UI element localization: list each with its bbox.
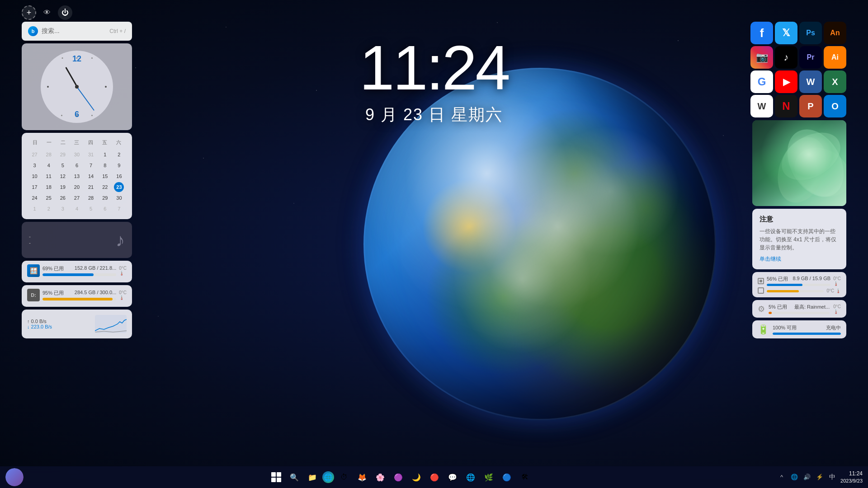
- cal-day[interactable]: 30: [72, 150, 82, 160]
- app-instagram[interactable]: 📷: [750, 46, 773, 69]
- cal-day[interactable]: 12: [58, 171, 68, 181]
- windows-logo-button[interactable]: [268, 469, 284, 485]
- app-premiere[interactable]: Pr: [799, 46, 822, 69]
- cal-day[interactable]: 14: [86, 171, 96, 181]
- cal-day[interactable]: 6: [100, 204, 110, 214]
- taskbar-wechat-button[interactable]: 💬: [444, 469, 461, 485]
- cal-day[interactable]: 6: [72, 160, 82, 170]
- app-powerpoint[interactable]: P: [799, 95, 822, 117]
- cal-day[interactable]: 16: [114, 171, 124, 181]
- power-button[interactable]: ⏻: [58, 5, 72, 20]
- cal-day[interactable]: 20: [72, 182, 82, 192]
- app-wikipedia[interactable]: W: [750, 95, 773, 117]
- taskbar-edge-button[interactable]: 🌐: [322, 471, 334, 483]
- taskbar-app12[interactable]: 🌿: [481, 469, 497, 485]
- taskbar-app6[interactable]: 🌸: [372, 469, 388, 485]
- taskbar-app7[interactable]: 🟣: [390, 469, 406, 485]
- app-twitter[interactable]: 𝕏: [775, 22, 797, 44]
- app-youtube[interactable]: ▶: [775, 70, 797, 93]
- taskbar-klokki-button[interactable]: ⏱: [336, 469, 352, 485]
- app-outlook[interactable]: O: [824, 95, 846, 117]
- cal-day[interactable]: 28: [86, 193, 96, 203]
- cal-day[interactable]: 27: [30, 150, 40, 160]
- tray-battery-tray-icon[interactable]: ⚡: [815, 473, 824, 482]
- cal-day[interactable]: 1: [30, 204, 40, 214]
- svg-point-2: [769, 130, 835, 206]
- taskbar-app13[interactable]: 🔵: [499, 469, 515, 485]
- cal-day[interactable]: 5: [86, 204, 96, 214]
- cal-day[interactable]: 19: [58, 182, 68, 192]
- clock-dot-3: [105, 86, 107, 88]
- cpu2-bar-fill: [767, 290, 799, 292]
- user-avatar[interactable]: [5, 468, 24, 486]
- tray-expand-icon[interactable]: ^: [777, 473, 786, 482]
- tray-network-icon[interactable]: 🌐: [790, 473, 799, 482]
- tray-clock[interactable]: 11:24 2023/9/23: [840, 470, 863, 484]
- add-widget-button[interactable]: +: [22, 5, 36, 20]
- cal-day[interactable]: 22: [100, 182, 110, 192]
- cal-day[interactable]: 26: [58, 193, 68, 203]
- app-word[interactable]: W: [799, 70, 822, 93]
- cal-day[interactable]: 21: [86, 182, 96, 192]
- taskbar-devtools-button[interactable]: 🛠: [517, 469, 533, 485]
- cal-today[interactable]: 23: [114, 182, 124, 192]
- notice-link[interactable]: 单击继续: [760, 255, 839, 263]
- cal-day[interactable]: 15: [100, 171, 110, 181]
- widget-eye-button[interactable]: 👁: [40, 5, 54, 20]
- cal-day[interactable]: 31: [86, 150, 96, 160]
- cal-day[interactable]: 18: [44, 182, 54, 192]
- disk-c-temp: 0°C 🌡️: [119, 266, 127, 276]
- cal-day[interactable]: 7: [86, 160, 96, 170]
- taskbar-app8[interactable]: 🌙: [408, 469, 425, 485]
- wallpaper-thumbnail[interactable]: [752, 120, 846, 206]
- disk-d-icon: D:: [27, 289, 40, 301]
- app-excel[interactable]: X: [824, 70, 846, 93]
- taskbar-chrome-button[interactable]: 🌐: [462, 469, 479, 485]
- cal-day[interactable]: 3: [58, 204, 68, 214]
- tray-audio-icon[interactable]: 🔊: [802, 473, 811, 482]
- gpu-temp-val: 0°C: [833, 304, 841, 309]
- cal-day[interactable]: 13: [72, 171, 82, 181]
- app-photoshop[interactable]: Ps: [799, 22, 822, 44]
- disk-c-bar-track: [42, 273, 116, 276]
- cal-day[interactable]: 10: [30, 171, 40, 181]
- min-dot-1: [76, 57, 78, 59]
- cal-day[interactable]: 24: [30, 193, 40, 203]
- cal-day[interactable]: 17: [30, 182, 40, 192]
- cal-day[interactable]: 2: [114, 150, 124, 160]
- disk-c-detail: 152.8 GB / 221.8...: [75, 265, 116, 272]
- taskbar-search-button[interactable]: 🔍: [286, 469, 302, 485]
- cal-day[interactable]: 25: [44, 193, 54, 203]
- cal-day[interactable]: 8: [100, 160, 110, 170]
- cal-day[interactable]: 29: [100, 193, 110, 203]
- cal-h-tue: 二: [56, 138, 70, 147]
- search-bar[interactable]: b 搜索... Ctrl + /: [22, 22, 132, 41]
- taskbar-firefox-button[interactable]: 🦊: [354, 469, 370, 485]
- cpu-bar-fill: [767, 284, 802, 286]
- cal-day[interactable]: 27: [72, 193, 82, 203]
- taskbar-app9[interactable]: 🔴: [426, 469, 443, 485]
- cal-day[interactable]: 30: [114, 193, 124, 203]
- cal-day[interactable]: 4: [44, 160, 54, 170]
- cal-day[interactable]: 28: [44, 150, 54, 160]
- cal-day[interactable]: 4: [72, 204, 82, 214]
- app-tiktok[interactable]: ♪: [775, 46, 797, 69]
- taskbar-files-button[interactable]: 📁: [304, 469, 321, 485]
- cal-day[interactable]: 9: [114, 160, 124, 170]
- gpu-icon: ⚙: [758, 304, 765, 314]
- cal-day[interactable]: 11: [44, 171, 54, 181]
- app-facebook[interactable]: f: [750, 22, 773, 44]
- cal-day[interactable]: 1: [100, 150, 110, 160]
- battery-info: 100% 可用 充电中: [773, 324, 841, 335]
- cal-day[interactable]: 2: [44, 204, 54, 214]
- app-illustrator[interactable]: Ai: [824, 46, 846, 69]
- cal-day[interactable]: 7: [114, 204, 124, 214]
- app-google[interactable]: G: [750, 70, 773, 93]
- app-netflix[interactable]: N: [775, 95, 797, 117]
- cal-day[interactable]: 29: [58, 150, 68, 160]
- upload-value: 0.0 B/s: [31, 319, 47, 324]
- cal-day[interactable]: 3: [30, 160, 40, 170]
- app-animate[interactable]: An: [824, 22, 846, 44]
- cal-day[interactable]: 5: [58, 160, 68, 170]
- tray-input-icon[interactable]: 中: [828, 473, 837, 482]
